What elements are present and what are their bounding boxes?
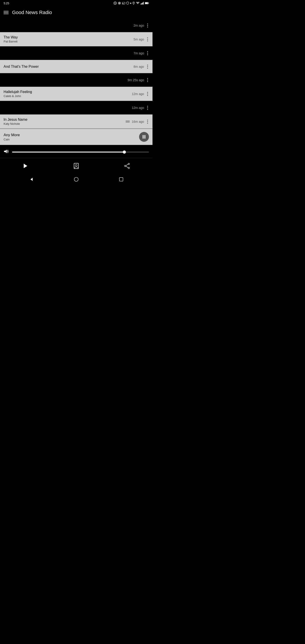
song-time-6: 12m ago xyxy=(132,92,144,96)
svg-rect-9 xyxy=(142,2,143,4)
svg-rect-8 xyxy=(142,3,142,4)
volume-fill xyxy=(12,152,124,152)
more-options-7[interactable] xyxy=(146,105,149,111)
song-right-6: 12m ago xyxy=(132,91,149,97)
svg-point-19 xyxy=(124,165,126,166)
song-title-6: Hallelujah Feeling xyxy=(4,90,132,94)
volume-section xyxy=(0,145,152,157)
volume-thumb xyxy=(123,150,126,154)
pause-icon xyxy=(143,135,145,139)
svg-marker-1 xyxy=(115,3,116,4)
svg-marker-15 xyxy=(24,164,27,168)
svg-rect-10 xyxy=(143,2,144,4)
song-right-8: 16m ago xyxy=(124,119,149,124)
song-list: 2m ago The Way Pat Barrett 5m ago 7m ago xyxy=(0,19,152,145)
song-info-9: Any More Cain xyxy=(4,133,139,141)
song-right-5: 9m 25s ago xyxy=(128,77,149,83)
svg-rect-13 xyxy=(148,3,149,4)
song-right-7: 12m ago xyxy=(132,105,149,111)
svg-point-3 xyxy=(119,3,120,4)
song-item-4[interactable]: And That's The Power 8m ago xyxy=(0,60,152,73)
location-icon xyxy=(132,2,135,5)
svg-rect-7 xyxy=(141,4,141,4)
song-info-6: Hallelujah Feeling Caleb & John xyxy=(4,90,132,98)
song-artist-9: Cain xyxy=(4,138,139,141)
song-item-1[interactable]: 2m ago xyxy=(0,19,152,32)
svg-line-21 xyxy=(126,164,128,166)
song-time-7: 12m ago xyxy=(132,106,144,110)
svg-point-6 xyxy=(133,2,134,3)
screen-record-icon xyxy=(118,2,121,5)
song-item-9-now-playing[interactable]: Any More Cain xyxy=(0,129,152,145)
status-icons xyxy=(114,2,149,5)
song-time-5: 9m 25s ago xyxy=(128,78,144,82)
contact-nav-button[interactable] xyxy=(70,160,83,172)
song-time-3: 7m ago xyxy=(134,52,144,55)
svg-line-22 xyxy=(126,166,128,168)
more-options-2[interactable] xyxy=(146,36,149,42)
svg-rect-12 xyxy=(145,2,148,4)
hamburger-menu-icon[interactable] xyxy=(4,11,8,14)
song-item-2[interactable]: The Way Pat Barrett 5m ago xyxy=(0,32,152,46)
share-nav-button[interactable] xyxy=(120,160,134,172)
signal-icon xyxy=(141,2,144,4)
back-button[interactable] xyxy=(29,177,34,182)
app-bar-title: Good News Radio xyxy=(12,10,149,16)
song-time-8: 16m ago xyxy=(132,120,144,124)
song-item-3[interactable]: 7m ago xyxy=(0,46,152,60)
song-title-4: And That's The Power xyxy=(4,64,134,69)
more-options-8[interactable] xyxy=(146,119,149,124)
volume-track[interactable] xyxy=(12,152,149,152)
svg-point-17 xyxy=(75,164,77,166)
song-right-2: 5m ago xyxy=(134,36,149,42)
volume-icon xyxy=(4,149,9,155)
play-circle-icon xyxy=(114,2,117,5)
more-options-3[interactable] xyxy=(146,50,149,56)
home-button[interactable] xyxy=(74,177,79,182)
song-info-8: In Jesus Name Katy Nichole xyxy=(4,118,124,126)
song-item-8[interactable]: In Jesus Name Katy Nichole 16m ago xyxy=(0,114,152,129)
svg-point-5 xyxy=(130,3,131,4)
more-options-1[interactable] xyxy=(146,22,149,28)
song-title-2: The Way xyxy=(4,35,134,39)
status-time: 5:25 xyxy=(4,2,9,5)
song-info-2: The Way Pat Barrett xyxy=(4,35,134,43)
recent-apps-button[interactable] xyxy=(119,177,124,182)
song-right-9 xyxy=(139,132,149,142)
song-artist-2: Pat Barrett xyxy=(4,40,134,43)
svg-point-24 xyxy=(74,177,78,181)
svg-rect-25 xyxy=(120,178,123,181)
bullet-icon xyxy=(130,3,131,4)
more-options-4[interactable] xyxy=(146,64,149,70)
battery-icon xyxy=(145,2,149,4)
song-info-4: And That's The Power xyxy=(4,64,134,69)
more-options-5[interactable] xyxy=(146,77,149,83)
more-options-6[interactable] xyxy=(146,91,149,97)
svg-marker-23 xyxy=(30,178,33,181)
wifi-icon xyxy=(136,2,140,4)
song-title-9: Any More xyxy=(4,133,139,137)
equalizer-icon xyxy=(126,121,130,122)
app-bar: Good News Radio xyxy=(0,6,152,19)
song-artist-8: Katy Nichole xyxy=(4,122,124,126)
song-item-6[interactable]: Hallelujah Feeling Caleb & John 12m ago xyxy=(0,87,152,101)
song-time-1: 2m ago xyxy=(134,24,144,27)
system-nav-bar xyxy=(0,174,152,185)
song-title-8: In Jesus Name xyxy=(4,118,124,122)
cast-icon xyxy=(122,2,125,5)
status-bar: 5:25 xyxy=(0,0,152,6)
song-right-1: 2m ago xyxy=(134,22,149,28)
song-item-5[interactable]: 9m 25s ago xyxy=(0,73,152,87)
svg-point-18 xyxy=(128,163,130,164)
pause-button[interactable] xyxy=(139,132,149,142)
bottom-nav xyxy=(0,158,152,174)
song-right-3: 7m ago xyxy=(134,50,149,56)
play-nav-button[interactable] xyxy=(19,160,32,172)
song-time-4: 8m ago xyxy=(134,65,144,68)
song-item-7[interactable]: 12m ago xyxy=(0,101,152,114)
svg-marker-14 xyxy=(4,150,7,153)
shield-icon xyxy=(126,2,129,5)
song-artist-6: Caleb & John xyxy=(4,94,132,98)
svg-point-20 xyxy=(128,167,130,168)
song-time-2: 5m ago xyxy=(134,38,144,41)
